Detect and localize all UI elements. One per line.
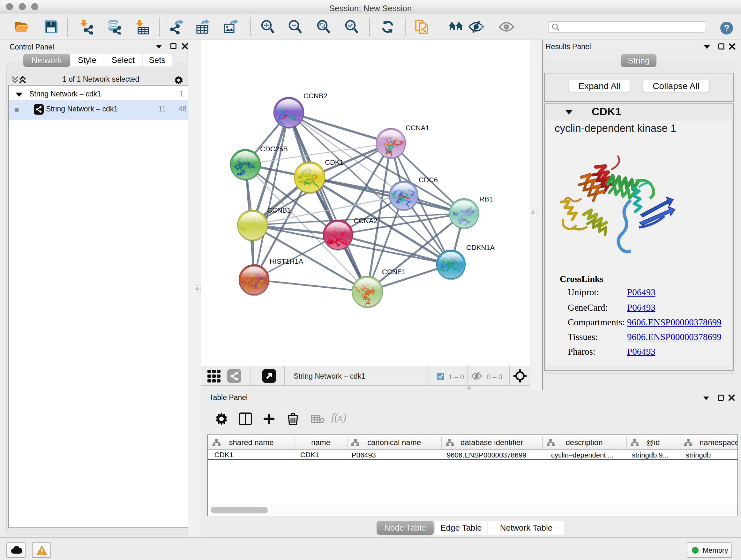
svg-text:CCNB2: CCNB2: [304, 92, 327, 100]
svg-text:CCNA1: CCNA1: [406, 124, 429, 132]
svg-text:CDC6: CDC6: [419, 176, 438, 184]
svg-text:CCNB1: CCNB1: [267, 206, 291, 214]
svg-text:CDC25B: CDC25B: [260, 145, 288, 153]
svg-text:?: ?: [724, 23, 729, 33]
svg-text:CDK1: CDK1: [325, 159, 344, 166]
svg-text:CCNE1: CCNE1: [382, 268, 406, 276]
svg-text:HIST1H1A: HIST1H1A: [270, 257, 303, 265]
svg-text:RB1: RB1: [479, 195, 493, 203]
svg-text:CDKN1A: CDKN1A: [466, 244, 495, 252]
svg-text:CCNA2: CCNA2: [354, 217, 378, 225]
